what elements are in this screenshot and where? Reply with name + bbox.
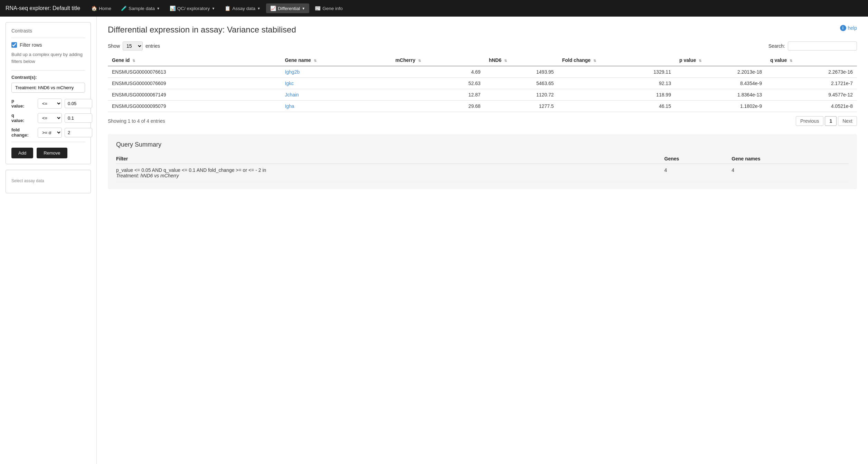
query-summary: Query Summary Filter Genes Gene names p_…: [108, 134, 857, 189]
gene-name-link[interactable]: Igha: [285, 103, 294, 109]
sort-arrows-gene-name: ⇅: [314, 59, 317, 63]
main-content: Differential expression in assay: Varian…: [97, 17, 868, 464]
layout: Contrasts Filter rows Build up a complex…: [0, 17, 868, 464]
cell-p-value: 2.2013e-18: [675, 66, 766, 78]
sample-data-icon: 🧪: [121, 6, 127, 11]
nav-item-sample-data[interactable]: 🧪 Sample data ▼: [117, 3, 164, 13]
cell-gene-name: Igkc: [281, 78, 391, 89]
remove-button[interactable]: Remove: [37, 148, 67, 158]
sidebar: Contrasts Filter rows Build up a complex…: [0, 17, 97, 464]
query-cell-filter: p_value <= 0.05 AND q_value <= 0.1 AND f…: [116, 164, 664, 182]
sort-arrows-fold-change: ⇅: [593, 59, 596, 63]
col-fold-change[interactable]: Fold change ⇅: [558, 55, 675, 66]
cell-gene-id: ENSMUSG00000067149: [108, 89, 281, 101]
gene-name-link[interactable]: Ighg2b: [285, 69, 300, 75]
filter-rows-checkbox[interactable]: [11, 42, 17, 48]
col-gene-id[interactable]: Gene id ⇅: [108, 55, 281, 66]
cell-fold-change: 1329.11: [558, 66, 675, 78]
pagination-row: Showing 1 to 4 of 4 entries Previous 1 N…: [108, 116, 857, 126]
col-mcherry[interactable]: mCherry ⇅: [391, 55, 484, 66]
chevron-down-icon: ▼: [211, 7, 215, 10]
table-row: ENSMUSG00000076609 Igkc 52.63 5463.65 92…: [108, 78, 857, 89]
chevron-down-icon: ▼: [302, 7, 305, 10]
page-1-button[interactable]: 1: [825, 116, 837, 126]
app-title: RNA-seq explorer: Default title: [6, 5, 80, 11]
show-entries-control: Show 10 15 25 50 100 entries: [108, 41, 160, 50]
p-value-op-select[interactable]: <= >= =: [38, 99, 62, 109]
query-col-genes: Genes: [664, 154, 732, 164]
cell-gene-name: Jchain: [281, 89, 391, 101]
help-icon: i: [840, 25, 846, 31]
cell-gene-name: Ighg2b: [281, 66, 391, 78]
cell-q-value: 4.0521e-8: [766, 101, 857, 112]
nav-item-qc-exploratory[interactable]: 📊 QC/ exploratory ▼: [166, 3, 219, 13]
help-link[interactable]: i help: [840, 25, 857, 31]
cell-q-value: 2.1721e-7: [766, 78, 857, 89]
contrasts-title: Contrasts: [11, 28, 85, 34]
chevron-down-icon: ▼: [157, 7, 160, 10]
q-value-op-select[interactable]: <= >= =: [38, 113, 62, 123]
fold-change-input[interactable]: [65, 128, 92, 137]
cell-gene-id: ENSMUSG00000076613: [108, 66, 281, 78]
col-q-value[interactable]: q value ⇅: [766, 55, 857, 66]
select-assay-title: Select assay data: [11, 176, 85, 183]
sort-arrows-hnd6: ⇅: [504, 59, 507, 63]
table-controls: Show 10 15 25 50 100 entries Search:: [108, 41, 857, 50]
gene-name-link[interactable]: Jchain: [285, 92, 299, 98]
cell-fold-change: 118.99: [558, 89, 675, 101]
add-button[interactable]: Add: [11, 148, 33, 158]
main-header: Differential expression in assay: Varian…: [108, 25, 857, 35]
table-header-row: Gene id ⇅ Gene name ⇅ mCherry ⇅ hND6 ⇅ F…: [108, 55, 857, 66]
chevron-down-icon: ▼: [257, 7, 261, 10]
cell-mcherry: 4.69: [391, 66, 484, 78]
gene-name-link[interactable]: Igkc: [285, 81, 294, 86]
p-value-input[interactable]: [65, 99, 92, 108]
nav-item-home[interactable]: 🏠 Home: [87, 3, 115, 13]
search-input[interactable]: [788, 41, 857, 50]
sort-arrows-p-value: ⇅: [699, 59, 701, 63]
cell-hnd6: 1277.5: [485, 101, 558, 112]
fold-change-filter: foldchange: >= σ <= σ >= <=: [11, 127, 85, 138]
select-assay-section: Select assay data: [6, 170, 91, 193]
cell-p-value: 1.1802e-9: [675, 101, 766, 112]
query-cell-genes: 4: [664, 164, 732, 182]
next-button[interactable]: Next: [838, 116, 857, 126]
entries-select[interactable]: 10 15 25 50 100: [123, 41, 143, 50]
sort-arrows-gene-id: ⇅: [132, 59, 135, 63]
p-value-label: pvalue:: [11, 98, 35, 109]
query-col-filter: Filter: [116, 154, 664, 164]
filter-rows-label: Filter rows: [20, 42, 42, 48]
col-gene-name[interactable]: Gene name ⇅: [281, 55, 391, 66]
cell-gene-id: ENSMUSG00000095079: [108, 101, 281, 112]
p-value-filter: pvalue: <= >= =: [11, 98, 85, 109]
search-control: Search:: [768, 41, 857, 50]
cell-q-value: 2.2673e-16: [766, 66, 857, 78]
pagination-controls: Previous 1 Next: [796, 116, 857, 126]
nav-item-differential[interactable]: 📈 Differential ▼: [266, 3, 309, 13]
nav-item-gene-info[interactable]: 📰 Gene info: [311, 3, 347, 13]
contrast-input[interactable]: [11, 83, 85, 93]
query-summary-title: Query Summary: [116, 141, 849, 148]
cell-gene-name: Igha: [281, 101, 391, 112]
table-row: ENSMUSG00000076613 Ighg2b 4.69 1493.95 1…: [108, 66, 857, 78]
cell-hnd6: 1493.95: [485, 66, 558, 78]
q-value-input[interactable]: [65, 113, 92, 123]
q-value-label: qvalue:: [11, 113, 35, 123]
sort-arrows-mcherry: ⇅: [418, 59, 421, 63]
col-p-value[interactable]: p value ⇅: [675, 55, 766, 66]
table-row: ENSMUSG00000095079 Igha 29.68 1277.5 46.…: [108, 101, 857, 112]
help-label: help: [848, 25, 857, 31]
query-cell-gene-names: 4: [732, 164, 849, 182]
cell-mcherry: 29.68: [391, 101, 484, 112]
previous-button[interactable]: Previous: [796, 116, 823, 126]
col-hnd6[interactable]: hND6 ⇅: [485, 55, 558, 66]
cell-hnd6: 5463.65: [485, 78, 558, 89]
contrasts-section: Contrasts Filter rows Build up a complex…: [6, 22, 91, 164]
data-table: Gene id ⇅ Gene name ⇅ mCherry ⇅ hND6 ⇅ F…: [108, 55, 857, 112]
fold-change-op-select[interactable]: >= σ <= σ >= <=: [38, 128, 62, 138]
sort-arrows-q-value: ⇅: [790, 59, 792, 63]
main-title: Differential expression in assay: Varian…: [108, 25, 296, 35]
contrast-label: Contrast(s):: [11, 75, 85, 80]
query-table-body: p_value <= 0.05 AND q_value <= 0.1 AND f…: [116, 164, 849, 182]
nav-item-assay-data[interactable]: 📋 Assay data ▼: [220, 3, 265, 13]
